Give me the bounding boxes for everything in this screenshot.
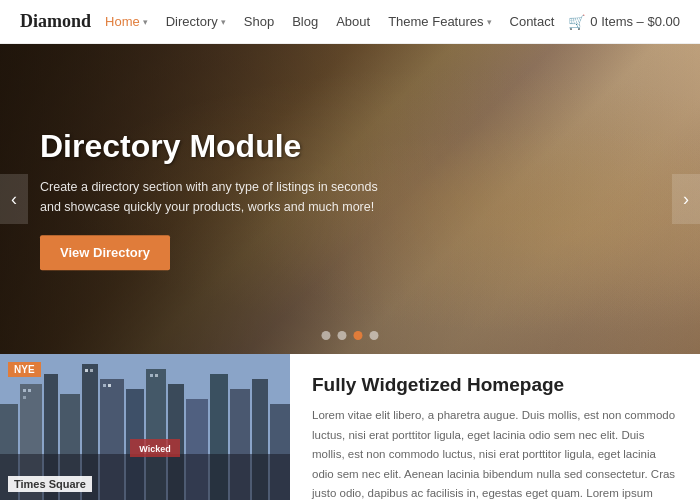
nav-link-theme-features[interactable]: Theme Features ▾ [388, 14, 491, 29]
nav-link-blog[interactable]: Blog [292, 14, 318, 29]
hero-subtitle: Create a directory section with any type… [40, 178, 380, 218]
brand-logo[interactable]: Diamond [20, 11, 91, 32]
nav-link-contact[interactable]: Contact [510, 14, 555, 29]
view-directory-button[interactable]: View Directory [40, 236, 170, 271]
featured-image: NYE [0, 354, 290, 500]
dot-1[interactable] [322, 331, 331, 340]
svg-rect-16 [28, 389, 31, 392]
nav-link-shop[interactable]: Shop [244, 14, 274, 29]
chevron-down-icon: ▾ [487, 17, 492, 27]
dot-4[interactable] [370, 331, 379, 340]
nav-link-home[interactable]: Home ▾ [105, 14, 148, 29]
cart[interactable]: 🛒 0 Items – $0.00 [568, 14, 680, 30]
location-badge: Times Square [8, 476, 92, 492]
nav-link-about[interactable]: About [336, 14, 370, 29]
lower-text-area: Fully Widgetized Homepage Lorem vitae el… [290, 354, 700, 500]
svg-rect-15 [23, 389, 26, 392]
svg-rect-21 [108, 384, 111, 387]
svg-rect-17 [23, 396, 26, 399]
lower-body-text-1: Lorem vitae elit libero, a pharetra augu… [312, 406, 678, 500]
hero-content: Directory Module Create a directory sect… [40, 127, 380, 270]
hero-dots [322, 331, 379, 340]
svg-text:Wicked: Wicked [139, 444, 170, 454]
hero-section: Directory Module Create a directory sect… [0, 44, 700, 354]
dot-3[interactable] [354, 331, 363, 340]
nav-link-directory[interactable]: Directory ▾ [166, 14, 226, 29]
nav-links: Home ▾ Directory ▾ Shop Blog About Theme… [105, 14, 554, 29]
navbar: Diamond Home ▾ Directory ▾ Shop Blog Abo… [0, 0, 700, 44]
hero-title: Directory Module [40, 127, 380, 165]
image-tag-badge: NYE [8, 362, 41, 377]
svg-rect-22 [150, 374, 153, 377]
lower-section-title: Fully Widgetized Homepage [312, 374, 678, 396]
hero-prev-arrow[interactable]: ‹ [0, 174, 28, 224]
lower-section: NYE [0, 354, 700, 500]
dot-2[interactable] [338, 331, 347, 340]
svg-rect-19 [90, 369, 93, 372]
chevron-down-icon: ▾ [221, 17, 226, 27]
svg-rect-20 [103, 384, 106, 387]
svg-rect-18 [85, 369, 88, 372]
cart-icon: 🛒 [568, 14, 585, 30]
chevron-down-icon: ▾ [143, 17, 148, 27]
svg-rect-23 [155, 374, 158, 377]
hero-next-arrow[interactable]: › [672, 174, 700, 224]
